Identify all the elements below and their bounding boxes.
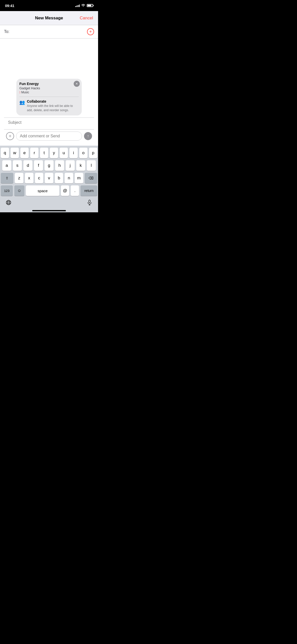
key-o[interactable]: o [79, 148, 88, 158]
shift-key[interactable]: ⇧ [1, 173, 13, 183]
status-bar: 09:41 [0, 0, 98, 11]
at-key[interactable]: @ [61, 185, 69, 196]
delete-key[interactable]: ⌫ [85, 173, 97, 183]
status-time: 09:41 [5, 4, 14, 8]
message-body: ✕ Fun Energy Gadget Hacks  Music 👥 Coll… [0, 38, 98, 146]
key-i[interactable]: i [69, 148, 78, 158]
key-p[interactable]: p [89, 148, 97, 158]
keyboard: q w e r t y u i o p a s d f g h j k l ⇧ … [0, 146, 98, 197]
key-l[interactable]: l [87, 160, 96, 171]
period-key[interactable]: . [71, 185, 79, 196]
key-s[interactable]: s [13, 160, 22, 171]
cancel-button[interactable]: Cancel [80, 16, 93, 21]
battery-icon [87, 4, 93, 7]
nav-bar: New Message Cancel [0, 11, 98, 25]
subject-field [4, 117, 94, 127]
collaborate-section: 👥 Collaborate Anyone with the link will … [19, 99, 79, 112]
key-w[interactable]: w [11, 148, 19, 158]
keyboard-row-2: a s d f g h j k l [1, 160, 97, 171]
nav-title: New Message [35, 16, 63, 21]
numbers-key[interactable]: 123 [1, 185, 13, 196]
subject-input[interactable] [8, 120, 90, 125]
key-z[interactable]: z [15, 173, 23, 183]
key-g[interactable]: g [45, 160, 54, 171]
song-title: Fun Energy [19, 82, 79, 86]
attachment-card: ✕ Fun Energy Gadget Hacks  Music 👥 Coll… [16, 79, 82, 115]
message-input[interactable] [16, 132, 82, 141]
svg-point-2 [8, 200, 9, 205]
artist-name: Gadget Hacks [19, 86, 79, 90]
home-indicator [32, 210, 66, 211]
key-n[interactable]: n [65, 173, 73, 183]
svg-point-1 [6, 200, 11, 205]
key-v[interactable]: v [45, 173, 53, 183]
key-q[interactable]: q [1, 148, 9, 158]
send-arrow-icon: ↑ [87, 134, 89, 138]
key-b[interactable]: b [55, 173, 63, 183]
key-j[interactable]: j [66, 160, 75, 171]
to-label: To: [4, 29, 9, 34]
phone-screen: 09:41 New Message [0, 0, 98, 212]
key-m[interactable]: m [75, 173, 83, 183]
signal-icon [75, 4, 80, 7]
key-f[interactable]: f [34, 160, 43, 171]
svg-point-0 [83, 7, 83, 7]
message-input-row: + ↑ [4, 129, 94, 143]
key-x[interactable]: x [25, 173, 33, 183]
key-e[interactable]: e [20, 148, 29, 158]
key-r[interactable]: r [30, 148, 38, 158]
collaborate-info: Collaborate Anyone with the link will be… [27, 99, 79, 112]
collaborate-title: Collaborate [27, 99, 79, 103]
key-u[interactable]: u [60, 148, 68, 158]
return-key[interactable]: return [80, 185, 97, 196]
apple-music-icon:  [19, 91, 20, 94]
collaborate-icon: 👥 [19, 100, 25, 105]
keyboard-bottom-bar [0, 197, 98, 208]
close-attachment-button[interactable]: ✕ [74, 81, 80, 87]
key-c[interactable]: c [35, 173, 44, 183]
home-bar-area [0, 208, 98, 212]
battery-fill [88, 5, 91, 6]
emoji-key[interactable]: ☺ [14, 185, 24, 196]
keyboard-row-3: ⇧ z x c v b n m ⌫ [1, 173, 97, 183]
to-field: To: + [0, 25, 98, 38]
mic-button[interactable] [84, 197, 95, 208]
status-icons [75, 4, 93, 8]
wifi-icon [81, 4, 85, 8]
music-service:  Music [19, 91, 79, 94]
service-name: Music [21, 91, 29, 94]
keyboard-row-4: 123 ☺ space @ . return [1, 185, 97, 196]
globe-button[interactable] [3, 197, 14, 208]
space-key[interactable]: space [26, 185, 59, 196]
collaborate-desc: Anyone with the link will be able to add… [27, 104, 79, 112]
key-k[interactable]: k [76, 160, 85, 171]
music-info: Fun Energy Gadget Hacks  Music [19, 82, 79, 97]
svg-rect-5 [89, 200, 90, 203]
to-input[interactable] [11, 29, 87, 34]
key-t[interactable]: t [40, 148, 48, 158]
keyboard-row-1: q w e r t y u i o p [1, 148, 97, 158]
key-h[interactable]: h [55, 160, 64, 171]
key-d[interactable]: d [23, 160, 32, 171]
key-a[interactable]: a [2, 160, 11, 171]
key-y[interactable]: y [50, 148, 58, 158]
send-button[interactable]: ↑ [84, 132, 92, 140]
attach-button[interactable]: + [6, 132, 14, 140]
add-recipient-button[interactable]: + [87, 28, 94, 35]
